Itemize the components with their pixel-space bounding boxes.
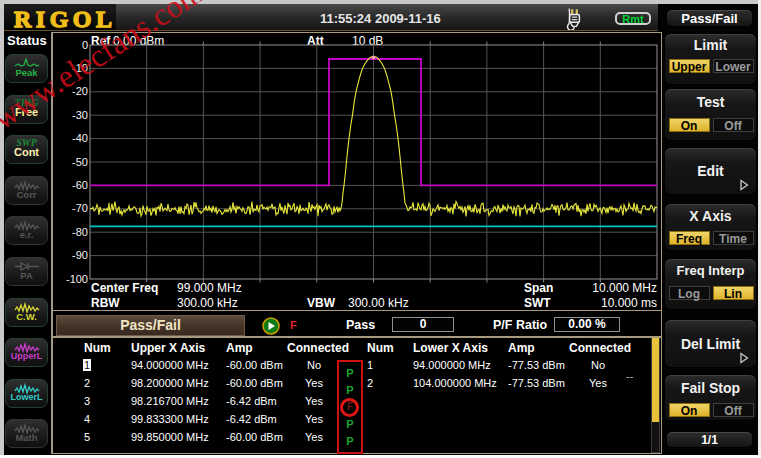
svg-text:www.elecfans.com: www.elecfans.com xyxy=(0,0,210,136)
